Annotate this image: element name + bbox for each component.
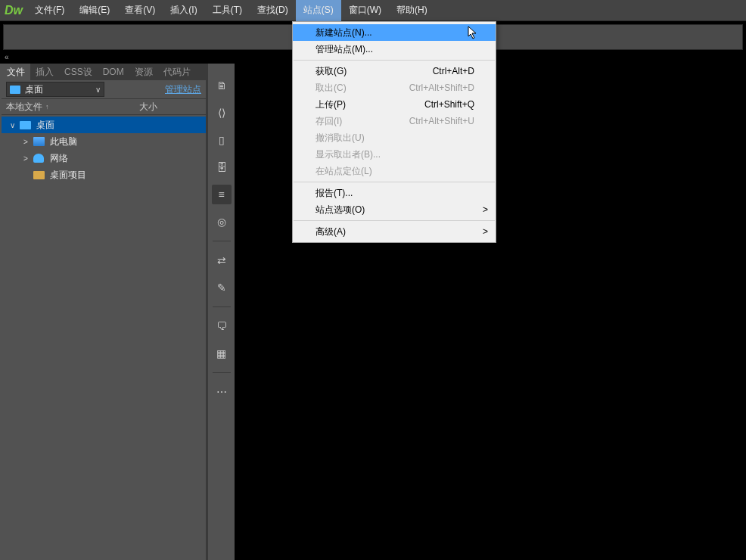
menu-item[interactable]: 站点选项(O)> [293, 201, 496, 218]
menu-item[interactable]: 报告(T)... [293, 185, 496, 201]
menu-item-label: 取出(C) [315, 82, 347, 95]
menu-7[interactable]: 窗口(W) [341, 0, 389, 21]
location-select[interactable]: 桌面 ∨ [6, 82, 104, 97]
menu-8[interactable]: 帮助(H) [389, 0, 435, 21]
menu-item-label: 存回(I) [315, 115, 342, 128]
tree-row[interactable]: 桌面项目 [2, 166, 206, 183]
tree-label: 网络 [50, 152, 68, 165]
menu-item-label: 高级(A) [315, 226, 346, 238]
db-find-icon[interactable]: 🗄 [212, 157, 232, 177]
menu-item-label: 新建站点(N)... [315, 26, 372, 39]
menu-item[interactable]: 上传(P)Ctrl+Shift+Q [293, 96, 496, 113]
tab-5[interactable]: 代码片 [158, 64, 196, 80]
dsplit-icon[interactable]: ▯ [212, 130, 232, 150]
target-icon[interactable]: ◎ [212, 212, 232, 232]
tab-0[interactable]: 文件 [2, 64, 30, 80]
doc-icon[interactable]: 🗎 [212, 76, 232, 95]
col-local-files[interactable]: 本地文件 [6, 101, 42, 114]
menu-item: 显示取出者(B)... [293, 146, 496, 163]
menu-item-label: 管理站点(M)... [315, 43, 373, 56]
menu-item-label: 撤消取出(U) [315, 132, 365, 145]
submenu-arrow-icon: > [483, 226, 488, 237]
menu-6[interactable]: 站点(S) [296, 0, 341, 21]
menu-item-label: 在站点定位(L) [315, 165, 372, 178]
collapse-handle-icon[interactable]: « [5, 53, 9, 61]
dots-icon[interactable]: ⋯ [212, 382, 232, 402]
shortcut-text: Ctrl+Alt+Shift+D [409, 82, 474, 93]
sort-indicator-icon: ↑ [45, 103, 49, 110]
connect-icon[interactable]: ⇄ [212, 250, 232, 270]
tree-row[interactable]: ∨桌面 [2, 117, 206, 133]
menu-1[interactable]: 编辑(E) [72, 0, 117, 21]
manage-sites-link[interactable]: 管理站点 [165, 83, 201, 96]
vertical-toolbar: 🗎⟨⟩▯🗄≡◎⇄✎🗨▦⋯ [207, 64, 235, 560]
menu-item-label: 报告(T)... [315, 187, 353, 200]
net-icon [32, 153, 45, 163]
panel-icon[interactable]: ▦ [212, 344, 232, 363]
tree-label: 此电脑 [50, 135, 77, 148]
file-tree: ∨桌面>此电脑>网络桌面项目 [2, 115, 206, 185]
menu-item[interactable]: 获取(G)Ctrl+Alt+D [293, 63, 496, 79]
shortcut-text: Ctrl+Alt+Shift+U [409, 116, 474, 126]
col-size[interactable]: 大小 [139, 101, 206, 114]
tab-2[interactable]: CSS设 [59, 64, 98, 80]
tab-4[interactable]: 资源 [129, 64, 158, 80]
lines-icon[interactable]: ≡ [212, 185, 232, 204]
expander-icon[interactable]: > [21, 154, 30, 163]
tab-1[interactable]: 插入 [30, 64, 59, 80]
menu-item: 取出(C)Ctrl+Alt+Shift+D [293, 79, 496, 96]
tab-3[interactable]: DOM [98, 64, 129, 80]
site-menu-dropdown: 新建站点(N)...管理站点(M)...获取(G)Ctrl+Alt+D取出(C)… [292, 21, 496, 243]
brackets-icon[interactable]: ⟨⟩ [212, 103, 232, 123]
files-panel: 桌面 ∨ 管理站点 本地文件 ↑ 大小 ∨桌面>此电脑>网络桌面项目 [2, 80, 206, 185]
menu-item: 撤消取出(U) [293, 129, 496, 146]
expander-icon[interactable]: ∨ [8, 121, 17, 129]
menu-item-label: 上传(P) [315, 98, 346, 111]
monitor-icon [10, 86, 20, 94]
shortcut-text: Ctrl+Alt+D [433, 66, 474, 76]
menu-3[interactable]: 插入(I) [163, 0, 204, 21]
pc-icon [32, 136, 45, 147]
monitor-icon [18, 120, 32, 130]
menu-item-label: 获取(G) [315, 65, 347, 78]
location-label: 桌面 [25, 83, 43, 96]
shortcut-text: Ctrl+Shift+Q [424, 99, 474, 110]
menu-item[interactable]: 新建站点(N)... [293, 24, 496, 41]
menu-0[interactable]: 文件(F) [27, 0, 72, 21]
tree-row[interactable]: >此电脑 [2, 133, 206, 150]
menu-5[interactable]: 查找(D) [250, 0, 296, 21]
menu-item-label: 站点选项(O) [315, 204, 365, 216]
menu-2[interactable]: 查看(V) [117, 0, 163, 21]
list-header: 本地文件 ↑ 大小 [2, 98, 206, 115]
panel-tabs: 文件插入CSS设DOM资源代码片 ≡ [2, 64, 227, 80]
menu-item: 在站点定位(L) [293, 163, 496, 179]
menu-4[interactable]: 工具(T) [205, 0, 250, 21]
menu-item: 存回(I)Ctrl+Alt+Shift+U [293, 113, 496, 129]
menu-item-label: 显示取出者(B)... [315, 148, 381, 161]
menubar: Dw 文件(F)编辑(E)查看(V)插入(I)工具(T)查找(D)站点(S)窗口… [0, 0, 746, 21]
chevron-down-icon: ∨ [95, 86, 101, 94]
menu-item[interactable]: 管理站点(M)... [293, 41, 496, 58]
tree-label: 桌面项目 [50, 169, 86, 182]
expander-icon[interactable]: > [21, 138, 30, 146]
folder-icon [32, 170, 45, 180]
tree-row[interactable]: >网络 [2, 150, 206, 166]
app-logo: Dw [0, 0, 27, 21]
comment-icon[interactable]: 🗨 [212, 316, 232, 336]
tree-label: 桌面 [36, 119, 54, 132]
menu-item[interactable]: 高级(A)> [293, 223, 496, 240]
submenu-arrow-icon: > [483, 204, 488, 215]
wand-icon[interactable]: ✎ [212, 278, 232, 297]
